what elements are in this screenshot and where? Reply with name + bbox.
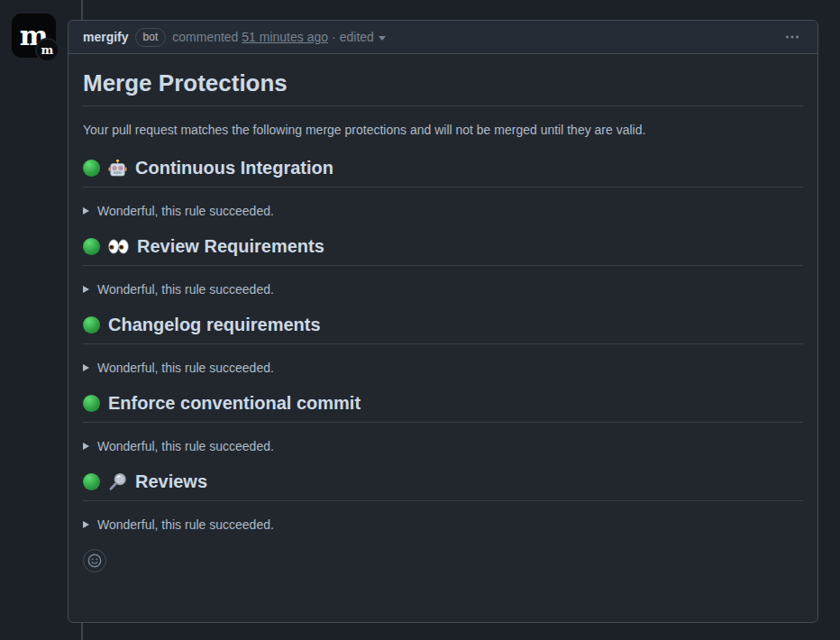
comment-body: Merge Protections Your pull request matc… <box>68 54 817 587</box>
green-circle-icon <box>83 160 100 177</box>
smiley-icon <box>87 553 102 568</box>
rule-summary-text: Wonderful, this rule succeeded. <box>97 437 274 455</box>
rule-heading: Continuous Integration <box>83 157 803 187</box>
triangle-right-icon <box>83 207 89 215</box>
rule-title: Changelog requirements <box>108 314 321 336</box>
comment-card: mergify bot commented 51 minutes ago · e… <box>68 20 818 623</box>
green-circle-icon <box>83 473 100 490</box>
rule-summary[interactable]: Wonderful, this rule succeeded. <box>83 516 803 534</box>
comment-header: mergify bot commented 51 minutes ago · e… <box>68 21 817 54</box>
green-circle-icon <box>83 316 100 334</box>
rule-summary[interactable]: Wonderful, this rule succeeded. <box>83 280 803 298</box>
edited-dropdown[interactable]: edited <box>340 30 386 44</box>
edited-label: edited <box>340 30 374 44</box>
rule-section: Reviews Wonderful, this rule succeeded. <box>83 471 803 534</box>
green-circle-icon <box>83 238 100 255</box>
bot-badge: bot <box>135 28 167 47</box>
rule-heading: Changelog requirements <box>83 314 803 344</box>
rule-details: Wonderful, this rule succeeded. <box>83 280 803 298</box>
timestamp-link[interactable]: 51 minutes ago <box>242 30 328 44</box>
rule-section: Continuous Integration Wonderful, this r… <box>83 157 803 220</box>
rule-details: Wonderful, this rule succeeded. <box>83 202 803 220</box>
bot-avatar-badge: m <box>35 38 59 62</box>
comment-options-button[interactable] <box>781 26 803 48</box>
add-reaction-button[interactable] <box>83 549 106 572</box>
rule-summary[interactable]: Wonderful, this rule succeeded. <box>83 359 803 377</box>
bot-avatar-badge-letter: m <box>41 43 54 57</box>
rule-summary-text: Wonderful, this rule succeeded. <box>97 202 274 220</box>
rule-details: Wonderful, this rule succeeded. <box>83 437 803 455</box>
rule-summary-text: Wonderful, this rule succeeded. <box>97 516 274 534</box>
rule-title: Review Requirements <box>137 235 324 258</box>
speech-caret-inner <box>62 31 69 45</box>
rule-section: Enforce conventional commit Wonderful, t… <box>83 392 803 455</box>
rule-summary-text: Wonderful, this rule succeeded. <box>97 359 274 377</box>
green-circle-icon <box>83 395 100 412</box>
rule-title: Reviews <box>135 471 207 493</box>
triangle-right-icon <box>83 364 89 371</box>
page-title: Merge Protections <box>83 69 803 106</box>
header-separator: · <box>332 30 336 44</box>
rules-list: Continuous Integration Wonderful, this r… <box>83 157 803 534</box>
robot-icon <box>108 159 127 178</box>
rule-summary-text: Wonderful, this rule succeeded. <box>97 280 274 298</box>
triangle-right-icon <box>83 286 89 293</box>
rule-heading: Enforce conventional commit <box>83 392 803 423</box>
triangle-right-icon <box>83 443 89 450</box>
rule-heading: Review Requirements <box>83 235 803 266</box>
chevron-down-icon <box>379 36 386 41</box>
rule-section: Review Requirements Wonderful, this rule… <box>83 235 803 298</box>
rule-summary[interactable]: Wonderful, this rule succeeded. <box>83 437 803 455</box>
rule-heading: Reviews <box>83 471 803 501</box>
reaction-row <box>83 549 803 572</box>
author-avatar[interactable]: m m <box>12 14 57 59</box>
intro-text: Your pull request matches the following … <box>83 121 803 139</box>
rule-summary[interactable]: Wonderful, this rule succeeded. <box>83 202 803 220</box>
eyes-icon <box>108 239 129 254</box>
rule-details: Wonderful, this rule succeeded. <box>83 516 803 534</box>
commented-label: commented <box>172 30 238 44</box>
triangle-right-icon <box>83 521 89 528</box>
kebab-horizontal-icon <box>785 30 799 44</box>
rule-details: Wonderful, this rule succeeded. <box>83 359 803 377</box>
rule-title: Enforce conventional commit <box>108 392 361 415</box>
magnifying-glass-icon <box>108 472 127 491</box>
author-name[interactable]: mergify <box>83 30 129 44</box>
rule-section: Changelog requirements Wonderful, this r… <box>83 314 803 377</box>
rule-title: Continuous Integration <box>135 157 333 179</box>
